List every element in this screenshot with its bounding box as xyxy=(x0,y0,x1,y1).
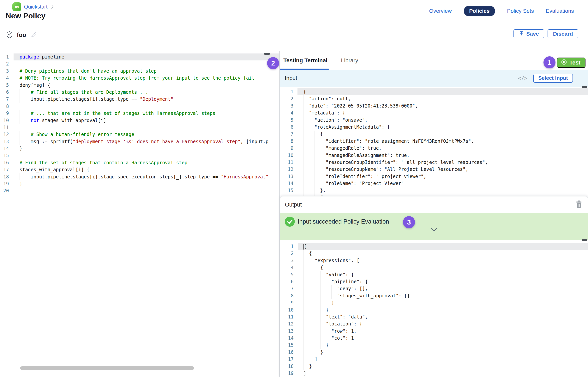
input-json-editor[interactable]: 1{2 "action": null,3 "date": "2022-05-05… xyxy=(280,87,588,199)
editor-overview-handle[interactable] xyxy=(264,53,270,55)
horizontal-scrollbar-thumb[interactable] xyxy=(20,366,194,370)
code-line: 2 { xyxy=(280,250,588,257)
line-number: 10 xyxy=(0,117,13,124)
code-line: 19} xyxy=(0,180,279,187)
code-line: 14 "col": 1 xyxy=(280,335,588,342)
tab-testing-terminal[interactable]: Testing Terminal xyxy=(283,57,328,64)
select-input-button[interactable]: Select Input xyxy=(533,74,573,83)
code-line: 9 # ... that are not in the set of stage… xyxy=(0,110,279,117)
test-button[interactable]: Test xyxy=(557,58,586,68)
line-number: 1 xyxy=(280,243,298,250)
step-badge-2: 2 xyxy=(267,57,279,69)
code-line: 7 { xyxy=(280,130,588,138)
code-line: 19] xyxy=(280,370,588,377)
line-number: 20 xyxy=(0,187,13,194)
code-line: 3 "expressions": [ xyxy=(280,257,588,264)
code-view-icon[interactable]: </> xyxy=(518,75,527,81)
code-line: 5 "value": { xyxy=(280,271,588,278)
line-number: 13 xyxy=(280,328,298,335)
code-line: 1[ xyxy=(280,243,588,250)
code-line: 12 "resourceGroupName": "All Project Lev… xyxy=(280,166,588,173)
line-number: 11 xyxy=(280,159,297,166)
line-number: 4 xyxy=(0,75,13,82)
code-line: 18 } xyxy=(280,363,588,370)
editor-overview-handle[interactable] xyxy=(582,86,587,88)
line-number: 11 xyxy=(280,313,298,320)
code-line: 10 "managedRoleAssignment": true, xyxy=(280,152,588,159)
edit-pencil-icon[interactable] xyxy=(30,31,37,39)
code-line: 7 input.pipeline.stages[i].stage.type ==… xyxy=(0,96,279,103)
input-section-header: Input </> Select Input xyxy=(280,70,588,87)
terminal-tabs: Testing Terminal Library Test xyxy=(280,51,588,70)
step-badge-3: 3 xyxy=(403,216,415,228)
code-line: 16# Find the set of stages that contain … xyxy=(0,159,279,166)
editor-overview-handle[interactable] xyxy=(582,239,587,241)
code-line: 1package pipeline xyxy=(0,53,279,60)
code-line: 17stages_with_approval[i] { xyxy=(0,166,279,173)
chevron-down-icon[interactable] xyxy=(430,227,438,233)
code-line: 10 }, xyxy=(280,306,588,313)
line-number: 13 xyxy=(280,173,297,180)
trash-icon[interactable] xyxy=(576,200,582,209)
line-number: 15 xyxy=(280,187,297,194)
nav-item-policy-sets[interactable]: Policy Sets xyxy=(507,8,534,14)
breadcrumb-project-link[interactable]: Quickstart xyxy=(24,4,48,10)
upload-icon xyxy=(519,30,524,37)
success-check-icon xyxy=(284,216,295,228)
evaluation-success-banner: Input succeeded Policy Evaluation xyxy=(280,213,588,240)
line-number: 3 xyxy=(0,68,13,75)
banner-message: Input succeeded Policy Evaluation xyxy=(298,218,389,225)
code-line: 11 "resourceGroupIdentifier": "_all_proj… xyxy=(280,159,588,166)
line-number: 5 xyxy=(280,117,297,124)
line-number: 8 xyxy=(280,138,297,145)
policy-toolbar: foo Save Discard xyxy=(0,25,588,51)
save-button[interactable]: Save xyxy=(513,29,544,38)
code-line: 2 xyxy=(0,60,279,67)
nav-item-policies[interactable]: Policies xyxy=(464,6,495,16)
line-number: 9 xyxy=(280,299,298,306)
policy-code-editor[interactable]: 1package pipeline23# Deny pipelines that… xyxy=(0,51,279,377)
line-number: 6 xyxy=(280,278,298,285)
code-line: 18 input.pipeline.stages[i].stage.spec.e… xyxy=(0,173,279,180)
code-line: 13 "row": 1, xyxy=(280,328,588,335)
tab-library[interactable]: Library xyxy=(341,57,358,64)
code-line: 14} xyxy=(0,145,279,152)
code-line: 10 not stages_with_approval[i] xyxy=(0,117,279,124)
code-line: 9 } xyxy=(280,299,588,306)
code-line: 14 "roleName": "Project Viewer" xyxy=(280,180,588,187)
code-line: 12 "location": { xyxy=(280,320,588,327)
line-number: 11 xyxy=(0,124,13,131)
input-title: Input xyxy=(280,75,297,81)
harness-logo-icon[interactable]: ∞ xyxy=(12,2,21,11)
code-line: 3 "date": "2022-05-05T20:41:23.538+0000"… xyxy=(280,103,588,109)
play-icon xyxy=(561,59,567,66)
nav-item-overview[interactable]: Overview xyxy=(429,8,452,14)
discard-button[interactable]: Discard xyxy=(548,29,578,38)
step-badge-1: 1 xyxy=(543,56,555,68)
code-line: 3# Deny pipelines that don't have an app… xyxy=(0,68,279,75)
line-number: 10 xyxy=(280,152,297,159)
page-header: ∞ Quickstart New Policy Overview Policie… xyxy=(0,0,588,25)
line-number: 17 xyxy=(280,356,298,363)
line-number: 14 xyxy=(0,145,13,152)
code-line: 6 "roleAssignmentMetadata": [ xyxy=(280,124,588,130)
nav-item-evaluations[interactable]: Evaluations xyxy=(546,8,574,14)
line-number: 4 xyxy=(280,264,298,271)
code-line: 15 }, xyxy=(280,187,588,194)
line-number: 18 xyxy=(0,173,13,180)
line-number: 14 xyxy=(280,335,298,342)
breadcrumb: ∞ Quickstart xyxy=(12,2,55,11)
line-number: 6 xyxy=(0,89,13,96)
code-line: 8 "identifier": "role_assignment_NsFQM43… xyxy=(280,138,588,145)
code-line: 8 "stages_with_approval": [] xyxy=(280,292,588,299)
line-number: 3 xyxy=(280,103,297,109)
code-line: 9 "managedRole": true, xyxy=(280,145,588,152)
line-number: 10 xyxy=(280,306,298,313)
line-number: 8 xyxy=(280,292,298,299)
panel-divider[interactable] xyxy=(279,51,280,377)
text-cursor xyxy=(304,244,304,249)
output-json-editor[interactable]: 1[2 {3 "expressions": [4 {5 "value": {6 … xyxy=(280,240,588,377)
line-number: 5 xyxy=(280,271,298,278)
output-section-header: Output xyxy=(280,196,588,213)
code-line: 8 xyxy=(0,103,279,110)
